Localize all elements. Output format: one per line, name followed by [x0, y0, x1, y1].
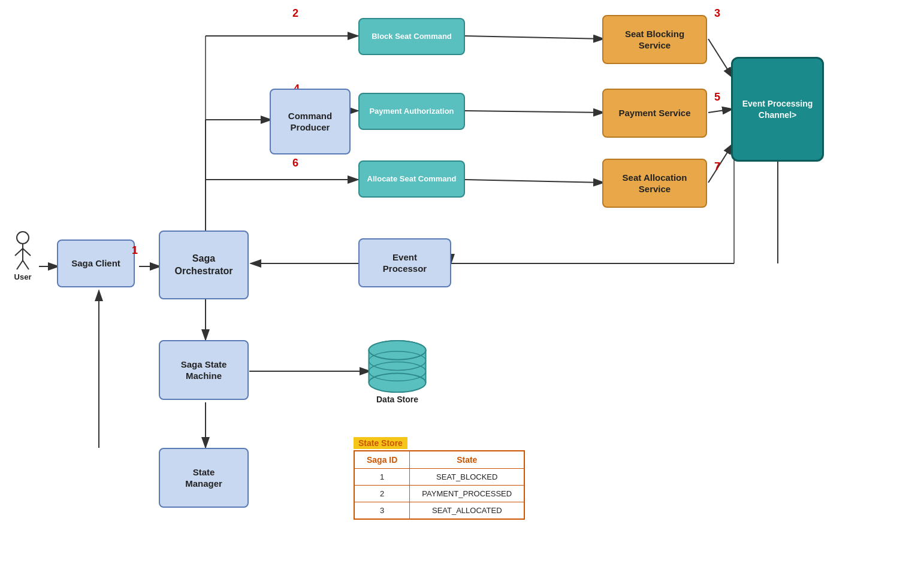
table-cell: SEAT_BLOCKED: [410, 469, 524, 486]
event-processor-box: EventProcessor: [358, 238, 451, 287]
data-store-label: Data Store: [376, 395, 418, 404]
svg-point-29: [17, 232, 29, 244]
state-store: State Store Saga ID State 1SEAT_BLOCKED2…: [354, 437, 525, 520]
saga-id-header: Saga ID: [354, 451, 410, 469]
seat-allocation-service-box: Seat AllocationService: [602, 159, 707, 208]
num-5: 5: [714, 91, 720, 104]
data-store: Data Store: [358, 338, 436, 404]
block-seat-channel-box: Block Seat Command: [358, 18, 465, 55]
table-cell: PAYMENT_PROCESSED: [410, 486, 524, 502]
diagram-container: User Saga Client 1 SagaOrchestrator 4 Co…: [0, 0, 924, 564]
table-cell: 1: [354, 469, 410, 486]
svg-line-32: [23, 248, 31, 256]
saga-state-machine-box: Saga StateMachine: [159, 340, 249, 400]
num-2: 2: [292, 7, 298, 20]
svg-line-15: [708, 109, 733, 113]
state-store-table: Saga ID State 1SEAT_BLOCKED2PAYMENT_PROC…: [354, 450, 525, 520]
svg-line-12: [465, 111, 604, 113]
event-processing-box: Event ProcessingChannel>: [731, 57, 824, 162]
state-header: State: [410, 451, 524, 469]
svg-line-11: [465, 36, 604, 39]
table-row: 2PAYMENT_PROCESSED: [354, 486, 524, 502]
num-1: 1: [132, 244, 138, 257]
state-store-label: State Store: [354, 437, 407, 449]
svg-line-14: [708, 39, 733, 78]
command-producer-box: CommandProducer: [270, 89, 351, 154]
svg-line-34: [23, 260, 29, 269]
svg-line-31: [15, 248, 23, 256]
saga-client-box: Saga Client: [57, 239, 135, 287]
num-6: 6: [292, 157, 298, 169]
state-manager-box: StateManager: [159, 448, 249, 508]
table-cell: SEAT_ALLOCATED: [410, 502, 524, 520]
allocate-seat-channel-box: Allocate Seat Command: [358, 160, 465, 198]
saga-orchestrator-box: SagaOrchestrator: [159, 231, 249, 299]
num-7: 7: [714, 160, 720, 173]
svg-line-33: [17, 260, 23, 269]
payment-auth-channel-box: Payment Authorization: [358, 93, 465, 130]
table-cell: 2: [354, 486, 410, 502]
table-cell: 3: [354, 502, 410, 520]
svg-line-13: [465, 180, 604, 183]
num-3: 3: [714, 7, 720, 20]
svg-point-40: [369, 341, 425, 360]
table-row: 3SEAT_ALLOCATED: [354, 502, 524, 520]
payment-service-box: Payment Service: [602, 89, 707, 138]
seat-blocking-service-box: Seat BlockingService: [602, 15, 707, 64]
table-row: 1SEAT_BLOCKED: [354, 469, 524, 486]
svg-line-16: [708, 144, 733, 183]
user-label: User: [14, 272, 32, 281]
svg-point-39: [369, 373, 425, 392]
user-figure: User: [12, 231, 34, 281]
